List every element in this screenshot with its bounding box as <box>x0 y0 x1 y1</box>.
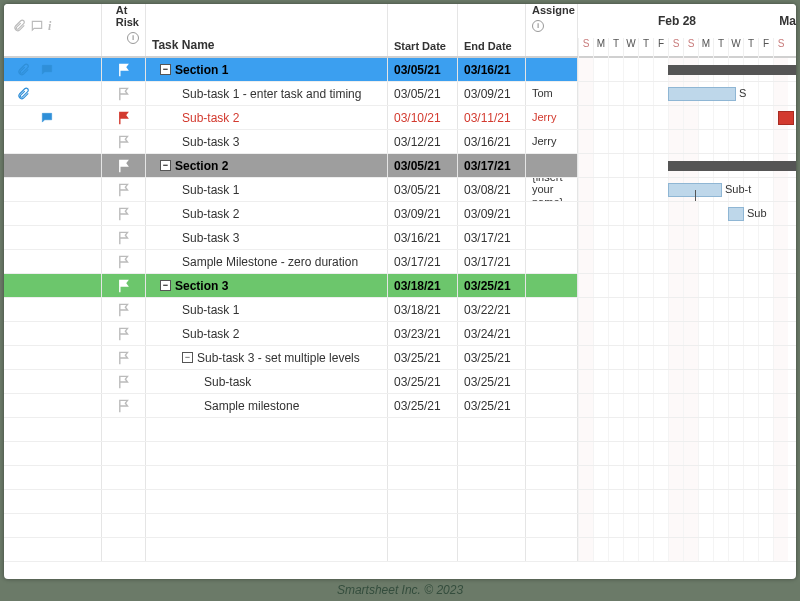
collapse-toggle[interactable]: − <box>182 352 193 363</box>
start-date-cell[interactable] <box>388 538 458 561</box>
risk-flag-cell[interactable] <box>102 202 146 225</box>
risk-flag-cell[interactable] <box>102 298 146 321</box>
end-date-cell[interactable]: 03/25/21 <box>458 346 526 369</box>
start-date-cell[interactable]: 03/05/21 <box>388 178 458 201</box>
assignee-cell[interactable] <box>526 514 578 537</box>
start-date-cell[interactable]: 03/05/21 <box>388 154 458 177</box>
task-row[interactable]: Sample Milestone - zero duration03/17/21… <box>4 250 796 274</box>
attach-icon[interactable] <box>16 87 30 101</box>
flag-icon[interactable] <box>118 87 130 101</box>
task-row[interactable]: −Sub-task 3 - set multiple levels03/25/2… <box>4 346 796 370</box>
task-name-column-header[interactable]: Task Name <box>146 4 388 56</box>
task-row[interactable]: −Section 303/18/2103/25/21 <box>4 274 796 298</box>
risk-flag-cell[interactable] <box>102 466 146 489</box>
assignee-cell[interactable] <box>526 346 578 369</box>
task-name-cell[interactable]: Sub-task 3 <box>146 226 388 249</box>
task-name-cell[interactable]: Sub-task 1 <box>146 178 388 201</box>
start-date-column-header[interactable]: Start Date <box>388 4 458 56</box>
risk-flag-cell[interactable] <box>102 394 146 417</box>
start-date-cell[interactable]: 03/05/21 <box>388 82 458 105</box>
risk-flag-cell[interactable] <box>102 274 146 297</box>
task-row[interactable]: Sub-task 103/18/2103/22/21 <box>4 298 796 322</box>
task-row[interactable]: Sub-task 203/10/2103/11/21Jerry <box>4 106 796 130</box>
task-row[interactable]: Sub-task 303/12/2103/16/21Jerry <box>4 130 796 154</box>
task-name-cell[interactable]: Sub-task 1 <box>146 298 388 321</box>
risk-flag-cell[interactable] <box>102 130 146 153</box>
end-date-cell[interactable]: 03/24/21 <box>458 322 526 345</box>
start-date-cell[interactable] <box>388 418 458 441</box>
risk-flag-cell[interactable] <box>102 58 146 81</box>
flag-icon[interactable] <box>118 231 130 245</box>
flag-icon[interactable] <box>118 303 130 317</box>
flag-icon[interactable] <box>118 279 130 293</box>
task-name-cell[interactable] <box>146 466 388 489</box>
end-date-column-header[interactable]: End Date <box>458 4 526 56</box>
gantt-summary-bar[interactable] <box>668 65 796 75</box>
assignee-cell[interactable] <box>526 442 578 465</box>
risk-flag-cell[interactable] <box>102 82 146 105</box>
flag-icon[interactable] <box>118 111 130 125</box>
task-name-cell[interactable]: Sample milestone <box>146 394 388 417</box>
task-row[interactable]: Sub-task03/25/2103/25/21 <box>4 370 796 394</box>
end-date-cell[interactable]: 03/11/21 <box>458 106 526 129</box>
assignee-cell[interactable] <box>526 298 578 321</box>
assignee-cell[interactable] <box>526 394 578 417</box>
end-date-cell[interactable]: 03/25/21 <box>458 274 526 297</box>
task-row[interactable]: Sub-task 1 - enter task and timing03/05/… <box>4 82 796 106</box>
task-name-cell[interactable]: −Section 1 <box>146 58 388 81</box>
assignee-cell[interactable] <box>526 370 578 393</box>
end-date-cell[interactable]: 03/08/21 <box>458 178 526 201</box>
task-name-cell[interactable]: Sub-task 2 <box>146 202 388 225</box>
task-name-cell[interactable] <box>146 442 388 465</box>
flag-icon[interactable] <box>118 159 130 173</box>
task-name-cell[interactable]: −Section 2 <box>146 154 388 177</box>
start-date-cell[interactable]: 03/25/21 <box>388 346 458 369</box>
assignee-cell[interactable] <box>526 466 578 489</box>
assignee-cell[interactable]: Jerry <box>526 106 578 129</box>
task-row[interactable]: Sample milestone03/25/2103/25/21 <box>4 394 796 418</box>
task-name-cell[interactable]: −Sub-task 3 - set multiple levels <box>146 346 388 369</box>
assignee-cell[interactable]: Tom <box>526 82 578 105</box>
task-row[interactable]: −Section 203/05/2103/17/21 <box>4 154 796 178</box>
start-date-cell[interactable] <box>388 442 458 465</box>
end-date-cell[interactable]: 03/17/21 <box>458 154 526 177</box>
start-date-cell[interactable]: 03/05/21 <box>388 58 458 81</box>
assignee-cell[interactable] <box>526 250 578 273</box>
flag-icon[interactable] <box>118 351 130 365</box>
gantt-task-bar[interactable]: Sub <box>728 207 744 221</box>
start-date-cell[interactable]: 03/16/21 <box>388 226 458 249</box>
start-date-cell[interactable] <box>388 514 458 537</box>
end-date-cell[interactable]: 03/09/21 <box>458 82 526 105</box>
start-date-cell[interactable]: 03/09/21 <box>388 202 458 225</box>
risk-flag-cell[interactable] <box>102 418 146 441</box>
risk-flag-cell[interactable] <box>102 322 146 345</box>
assignee-cell[interactable] <box>526 226 578 249</box>
task-name-cell[interactable]: Sample Milestone - zero duration <box>146 250 388 273</box>
flag-icon[interactable] <box>118 327 130 341</box>
task-row[interactable]: Sub-task 303/16/2103/17/21 <box>4 226 796 250</box>
task-name-cell[interactable] <box>146 538 388 561</box>
assignee-column-header[interactable]: Assigne i <box>526 4 578 56</box>
assignee-cell[interactable] <box>526 490 578 513</box>
flag-icon[interactable] <box>118 375 130 389</box>
end-date-cell[interactable]: 03/17/21 <box>458 250 526 273</box>
collapse-toggle[interactable]: − <box>160 280 171 291</box>
start-date-cell[interactable]: 03/25/21 <box>388 370 458 393</box>
risk-flag-cell[interactable] <box>102 178 146 201</box>
start-date-cell[interactable]: 03/10/21 <box>388 106 458 129</box>
start-date-cell[interactable]: 03/23/21 <box>388 322 458 345</box>
task-name-cell[interactable]: −Section 3 <box>146 274 388 297</box>
risk-flag-cell[interactable] <box>102 346 146 369</box>
task-name-cell[interactable]: Sub-task 2 <box>146 322 388 345</box>
end-date-cell[interactable]: 03/22/21 <box>458 298 526 321</box>
start-date-cell[interactable]: 03/18/21 <box>388 298 458 321</box>
assignee-cell[interactable]: Jerry <box>526 130 578 153</box>
risk-flag-cell[interactable] <box>102 226 146 249</box>
assignee-cell[interactable] <box>526 154 578 177</box>
risk-flag-cell[interactable] <box>102 442 146 465</box>
flag-icon[interactable] <box>118 135 130 149</box>
risk-flag-cell[interactable] <box>102 514 146 537</box>
task-name-cell[interactable]: Sub-task 2 <box>146 106 388 129</box>
start-date-cell[interactable] <box>388 490 458 513</box>
assignee-cell[interactable] <box>526 58 578 81</box>
